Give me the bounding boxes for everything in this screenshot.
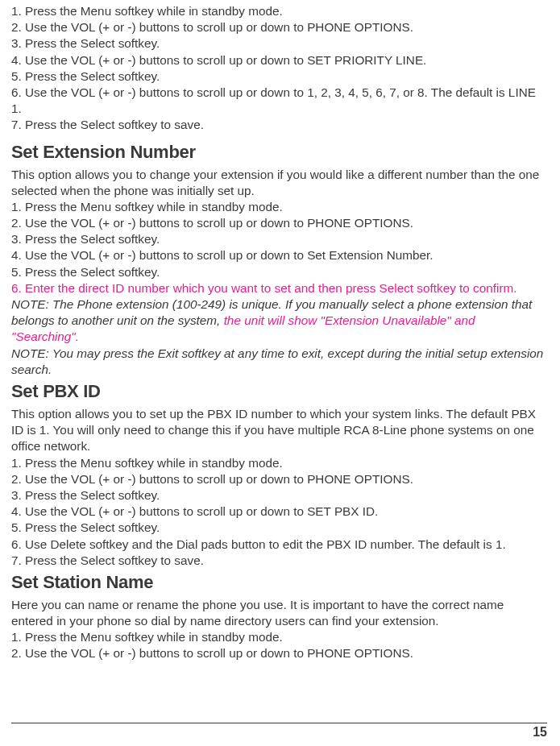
instruction-line: 3. Press the Select softkey. (11, 231, 545, 247)
instruction-line: 1. Press the Menu softkey while in stand… (11, 455, 545, 471)
page-number: 15 (11, 725, 547, 740)
page-footer: 15 (11, 723, 547, 740)
heading-set-pbx-id: Set PBX ID (11, 379, 545, 403)
intro-text: This option allows you to change your ex… (11, 167, 545, 199)
instruction-line: 4. Use the VOL (+ or -) buttons to scrol… (11, 52, 545, 68)
instruction-line: 7. Press the Select softkey to save. (11, 553, 545, 569)
instruction-line: 2. Use the VOL (+ or -) buttons to scrol… (11, 19, 545, 35)
intro-text: Here you can name or rename the phone yo… (11, 597, 545, 629)
instruction-line: 6. Use Delete softkey and the Dial pads … (11, 537, 545, 553)
instruction-line: 7. Press the Select softkey to save. (11, 117, 545, 133)
instruction-line: 4. Use the VOL (+ or -) buttons to scrol… (11, 247, 545, 263)
heading-set-station-name: Set Station Name (11, 570, 545, 594)
instruction-line: 1. Press the Menu softkey while in stand… (11, 629, 545, 645)
instruction-line: 4. Use the VOL (+ or -) buttons to scrol… (11, 504, 545, 520)
instruction-line: 2. Use the VOL (+ or -) buttons to scrol… (11, 215, 545, 231)
instruction-line: 5. Press the Select softkey. (11, 68, 545, 85)
instruction-line: 1. Press the Menu softkey while in stand… (11, 3, 545, 19)
instruction-line: 2. Use the VOL (+ or -) buttons to scrol… (11, 645, 545, 661)
page-content: 1. Press the Menu softkey while in stand… (0, 0, 560, 670)
instruction-line: 3. Press the Select softkey. (11, 35, 545, 52)
intro-text: This option allows you to set up the PBX… (11, 406, 545, 455)
instruction-line: 5. Press the Select softkey. (11, 520, 545, 536)
instruction-line: 2. Use the VOL (+ or -) buttons to scrol… (11, 471, 545, 487)
instruction-line: 6. Use the VOL (+ or -) buttons to scrol… (11, 85, 545, 117)
heading-set-extension-number: Set Extension Number (11, 140, 545, 164)
instruction-line-highlight: 6. Enter the direct ID number which you … (11, 280, 545, 296)
footer-rule (11, 723, 547, 723)
note-text: NOTE: You may press the Exit softkey at … (11, 346, 545, 378)
note-text: NOTE: The Phone extension (100-249) is u… (11, 296, 545, 346)
instruction-line: 1. Press the Menu softkey while in stand… (11, 199, 545, 215)
instruction-line: 3. Press the Select softkey. (11, 487, 545, 504)
instruction-line: 5. Press the Select softkey. (11, 264, 545, 280)
